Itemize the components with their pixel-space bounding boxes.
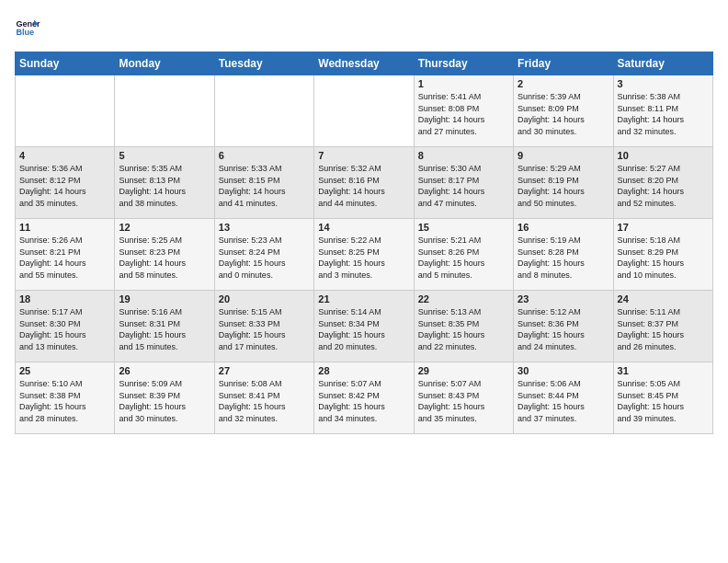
day-info: Sunrise: 5:05 AM Sunset: 8:45 PM Dayligh… xyxy=(618,378,709,424)
calendar-cell: 16Sunrise: 5:19 AM Sunset: 8:28 PM Dayli… xyxy=(514,219,613,291)
calendar-cell: 24Sunrise: 5:11 AM Sunset: 8:37 PM Dayli… xyxy=(613,291,712,362)
calendar-cell: 21Sunrise: 5:14 AM Sunset: 8:34 PM Dayli… xyxy=(314,291,414,362)
day-info: Sunrise: 5:21 AM Sunset: 8:26 PM Dayligh… xyxy=(418,235,509,281)
calendar-cell: 8Sunrise: 5:30 AM Sunset: 8:17 PM Daylig… xyxy=(414,147,513,219)
calendar-cell: 20Sunrise: 5:15 AM Sunset: 8:33 PM Dayli… xyxy=(214,291,313,362)
calendar-cell: 31Sunrise: 5:05 AM Sunset: 8:45 PM Dayli… xyxy=(613,362,712,434)
day-number: 3 xyxy=(618,78,709,89)
day-info: Sunrise: 5:14 AM Sunset: 8:34 PM Dayligh… xyxy=(318,306,409,352)
calendar-cell: 19Sunrise: 5:16 AM Sunset: 8:31 PM Dayli… xyxy=(115,291,214,362)
day-info: Sunrise: 5:09 AM Sunset: 8:39 PM Dayligh… xyxy=(119,378,210,424)
day-number: 22 xyxy=(418,293,509,304)
weekday-friday: Friday xyxy=(514,52,613,75)
day-info: Sunrise: 5:07 AM Sunset: 8:42 PM Dayligh… xyxy=(318,378,409,424)
day-number: 1 xyxy=(418,78,509,89)
calendar-cell: 5Sunrise: 5:35 AM Sunset: 8:13 PM Daylig… xyxy=(115,147,214,219)
day-info: Sunrise: 5:41 AM Sunset: 8:08 PM Dayligh… xyxy=(418,91,509,137)
day-info: Sunrise: 5:27 AM Sunset: 8:20 PM Dayligh… xyxy=(618,163,709,209)
day-info: Sunrise: 5:06 AM Sunset: 8:44 PM Dayligh… xyxy=(518,378,609,424)
day-number: 15 xyxy=(418,222,509,233)
week-row-1: 1Sunrise: 5:41 AM Sunset: 8:08 PM Daylig… xyxy=(16,75,713,147)
logo-icon: General Blue xyxy=(15,15,40,40)
calendar-cell: 23Sunrise: 5:12 AM Sunset: 8:36 PM Dayli… xyxy=(514,291,613,362)
day-info: Sunrise: 5:23 AM Sunset: 8:24 PM Dayligh… xyxy=(219,235,310,281)
calendar-cell: 17Sunrise: 5:18 AM Sunset: 8:29 PM Dayli… xyxy=(613,219,712,291)
day-number: 8 xyxy=(418,150,509,161)
day-number: 4 xyxy=(19,150,110,161)
calendar-cell: 25Sunrise: 5:10 AM Sunset: 8:38 PM Dayli… xyxy=(16,362,115,434)
weekday-monday: Monday xyxy=(115,52,214,75)
weekday-thursday: Thursday xyxy=(414,52,513,75)
week-row-3: 11Sunrise: 5:26 AM Sunset: 8:21 PM Dayli… xyxy=(16,219,713,291)
day-info: Sunrise: 5:26 AM Sunset: 8:21 PM Dayligh… xyxy=(19,235,110,281)
day-info: Sunrise: 5:30 AM Sunset: 8:17 PM Dayligh… xyxy=(418,163,509,209)
day-info: Sunrise: 5:19 AM Sunset: 8:28 PM Dayligh… xyxy=(518,235,609,281)
calendar-cell: 22Sunrise: 5:13 AM Sunset: 8:35 PM Dayli… xyxy=(414,291,513,362)
calendar-cell: 4Sunrise: 5:36 AM Sunset: 8:12 PM Daylig… xyxy=(16,147,115,219)
svg-text:Blue: Blue xyxy=(16,28,34,37)
week-row-2: 4Sunrise: 5:36 AM Sunset: 8:12 PM Daylig… xyxy=(16,147,713,219)
day-number: 5 xyxy=(119,150,210,161)
day-info: Sunrise: 5:29 AM Sunset: 8:19 PM Dayligh… xyxy=(518,163,609,209)
calendar-cell: 10Sunrise: 5:27 AM Sunset: 8:20 PM Dayli… xyxy=(613,147,712,219)
day-info: Sunrise: 5:22 AM Sunset: 8:25 PM Dayligh… xyxy=(318,235,409,281)
day-number: 11 xyxy=(19,222,110,233)
day-info: Sunrise: 5:25 AM Sunset: 8:23 PM Dayligh… xyxy=(119,235,210,281)
calendar-cell xyxy=(314,75,414,147)
day-info: Sunrise: 5:18 AM Sunset: 8:29 PM Dayligh… xyxy=(618,235,709,281)
day-info: Sunrise: 5:38 AM Sunset: 8:11 PM Dayligh… xyxy=(618,91,709,137)
day-info: Sunrise: 5:17 AM Sunset: 8:30 PM Dayligh… xyxy=(19,306,110,352)
calendar-cell: 27Sunrise: 5:08 AM Sunset: 8:41 PM Dayli… xyxy=(214,362,313,434)
day-info: Sunrise: 5:12 AM Sunset: 8:36 PM Dayligh… xyxy=(518,306,609,352)
page-container: General Blue SundayMondayTuesdayWednesda… xyxy=(0,0,728,442)
calendar-cell: 6Sunrise: 5:33 AM Sunset: 8:15 PM Daylig… xyxy=(214,147,313,219)
day-number: 9 xyxy=(518,150,609,161)
day-info: Sunrise: 5:35 AM Sunset: 8:13 PM Dayligh… xyxy=(119,163,210,209)
day-number: 6 xyxy=(219,150,310,161)
calendar-cell: 26Sunrise: 5:09 AM Sunset: 8:39 PM Dayli… xyxy=(115,362,214,434)
calendar-cell: 2Sunrise: 5:39 AM Sunset: 8:09 PM Daylig… xyxy=(514,75,613,147)
day-info: Sunrise: 5:32 AM Sunset: 8:16 PM Dayligh… xyxy=(318,163,409,209)
day-number: 25 xyxy=(19,365,110,376)
day-number: 12 xyxy=(119,222,210,233)
day-number: 7 xyxy=(318,150,409,161)
calendar-cell: 7Sunrise: 5:32 AM Sunset: 8:16 PM Daylig… xyxy=(314,147,414,219)
day-number: 2 xyxy=(518,78,609,89)
day-number: 23 xyxy=(518,293,609,304)
weekday-tuesday: Tuesday xyxy=(214,52,313,75)
day-info: Sunrise: 5:13 AM Sunset: 8:35 PM Dayligh… xyxy=(418,306,509,352)
calendar-cell: 12Sunrise: 5:25 AM Sunset: 8:23 PM Dayli… xyxy=(115,219,214,291)
day-number: 20 xyxy=(219,293,310,304)
day-number: 28 xyxy=(318,365,409,376)
calendar-cell: 1Sunrise: 5:41 AM Sunset: 8:08 PM Daylig… xyxy=(414,75,513,147)
calendar-cell: 9Sunrise: 5:29 AM Sunset: 8:19 PM Daylig… xyxy=(514,147,613,219)
weekday-saturday: Saturday xyxy=(613,52,712,75)
day-number: 13 xyxy=(219,222,310,233)
calendar-cell xyxy=(16,75,115,147)
calendar-cell xyxy=(115,75,214,147)
day-info: Sunrise: 5:16 AM Sunset: 8:31 PM Dayligh… xyxy=(119,306,210,352)
day-number: 17 xyxy=(618,222,709,233)
calendar-cell: 11Sunrise: 5:26 AM Sunset: 8:21 PM Dayli… xyxy=(16,219,115,291)
calendar-cell: 28Sunrise: 5:07 AM Sunset: 8:42 PM Dayli… xyxy=(314,362,414,434)
day-number: 18 xyxy=(19,293,110,304)
day-number: 16 xyxy=(518,222,609,233)
day-info: Sunrise: 5:36 AM Sunset: 8:12 PM Dayligh… xyxy=(19,163,110,209)
day-number: 31 xyxy=(618,365,709,376)
day-info: Sunrise: 5:39 AM Sunset: 8:09 PM Dayligh… xyxy=(518,91,609,137)
day-info: Sunrise: 5:33 AM Sunset: 8:15 PM Dayligh… xyxy=(219,163,310,209)
day-info: Sunrise: 5:08 AM Sunset: 8:41 PM Dayligh… xyxy=(219,378,310,424)
calendar-cell: 13Sunrise: 5:23 AM Sunset: 8:24 PM Dayli… xyxy=(214,219,313,291)
week-row-5: 25Sunrise: 5:10 AM Sunset: 8:38 PM Dayli… xyxy=(16,362,713,434)
calendar-cell: 15Sunrise: 5:21 AM Sunset: 8:26 PM Dayli… xyxy=(414,219,513,291)
day-number: 14 xyxy=(318,222,409,233)
logo: General Blue xyxy=(15,15,44,40)
weekday-header-row: SundayMondayTuesdayWednesdayThursdayFrid… xyxy=(16,52,713,75)
day-number: 27 xyxy=(219,365,310,376)
day-info: Sunrise: 5:11 AM Sunset: 8:37 PM Dayligh… xyxy=(618,306,709,352)
day-number: 10 xyxy=(618,150,709,161)
calendar-cell: 3Sunrise: 5:38 AM Sunset: 8:11 PM Daylig… xyxy=(613,75,712,147)
day-number: 19 xyxy=(119,293,210,304)
day-info: Sunrise: 5:07 AM Sunset: 8:43 PM Dayligh… xyxy=(418,378,509,424)
week-row-4: 18Sunrise: 5:17 AM Sunset: 8:30 PM Dayli… xyxy=(16,291,713,362)
